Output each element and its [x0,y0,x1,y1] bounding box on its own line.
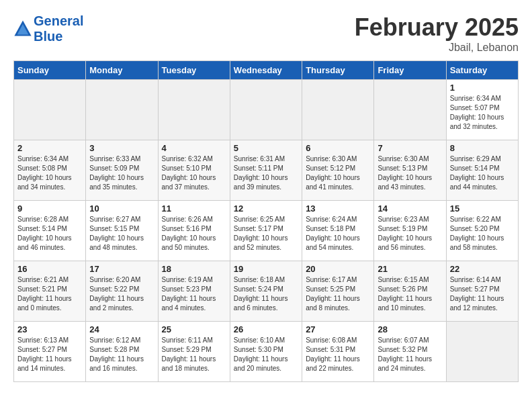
header-row: Sunday Monday Tuesday Wednesday Thursday… [14,61,519,80]
day-number: 19 [234,264,298,274]
day-info: Sunrise: 6:34 AM Sunset: 5:08 PM Dayligh… [17,154,82,192]
calendar-cell: 20Sunrise: 6:17 AM Sunset: 5:25 PM Dayli… [302,261,374,322]
calendar-cell [302,80,374,140]
day-info: Sunrise: 6:34 AM Sunset: 5:07 PM Dayligh… [450,94,515,132]
day-number: 23 [17,324,82,334]
day-number: 26 [234,324,298,334]
col-monday: Monday [86,61,158,80]
location: Jbail, Lebanon [355,42,519,54]
day-number: 28 [378,324,442,334]
calendar-cell: 12Sunrise: 6:25 AM Sunset: 5:17 PM Dayli… [230,201,302,261]
day-info: Sunrise: 6:33 AM Sunset: 5:09 PM Dayligh… [89,154,154,192]
day-number: 14 [378,203,442,214]
calendar-cell: 11Sunrise: 6:26 AM Sunset: 5:16 PM Dayli… [158,201,230,261]
day-number: 3 [89,143,154,153]
calendar-cell: 27Sunrise: 6:08 AM Sunset: 5:31 PM Dayli… [302,322,374,382]
day-number: 25 [162,324,226,334]
calendar-cell: 28Sunrise: 6:07 AM Sunset: 5:32 PM Dayli… [374,322,446,382]
calendar-week-4: 16Sunrise: 6:21 AM Sunset: 5:21 PM Dayli… [14,261,519,322]
day-info: Sunrise: 6:24 AM Sunset: 5:18 PM Dayligh… [306,215,370,253]
day-number: 11 [162,203,226,214]
day-info: Sunrise: 6:25 AM Sunset: 5:17 PM Dayligh… [234,215,298,253]
day-info: Sunrise: 6:11 AM Sunset: 5:29 PM Dayligh… [162,336,226,373]
day-info: Sunrise: 6:22 AM Sunset: 5:20 PM Dayligh… [450,215,515,253]
col-tuesday: Tuesday [158,61,230,80]
calendar-cell: 7Sunrise: 6:30 AM Sunset: 5:13 PM Daylig… [374,140,446,201]
calendar-cell: 22Sunrise: 6:14 AM Sunset: 5:27 PM Dayli… [446,261,518,322]
day-number: 2 [17,143,82,153]
day-info: Sunrise: 6:15 AM Sunset: 5:26 PM Dayligh… [378,275,442,313]
day-number: 27 [306,324,370,334]
day-info: Sunrise: 6:12 AM Sunset: 5:28 PM Dayligh… [89,336,154,373]
day-info: Sunrise: 6:13 AM Sunset: 5:27 PM Dayligh… [17,336,82,373]
logo-icon [13,19,32,38]
calendar-cell: 9Sunrise: 6:28 AM Sunset: 5:14 PM Daylig… [14,201,86,261]
calendar-cell: 10Sunrise: 6:27 AM Sunset: 5:15 PM Dayli… [86,201,158,261]
calendar-cell: 14Sunrise: 6:23 AM Sunset: 5:19 PM Dayli… [374,201,446,261]
calendar-cell [374,80,446,140]
calendar-week-3: 9Sunrise: 6:28 AM Sunset: 5:14 PM Daylig… [14,201,519,261]
calendar-cell: 8Sunrise: 6:29 AM Sunset: 5:14 PM Daylig… [446,140,518,201]
day-number: 20 [306,264,370,274]
calendar-week-5: 23Sunrise: 6:13 AM Sunset: 5:27 PM Dayli… [14,322,519,382]
month-title: February 2025 [355,13,519,42]
logo: General Blue [13,13,83,44]
day-info: Sunrise: 6:27 AM Sunset: 5:15 PM Dayligh… [89,215,154,253]
day-info: Sunrise: 6:32 AM Sunset: 5:10 PM Dayligh… [162,154,226,192]
day-number: 21 [378,264,442,274]
day-info: Sunrise: 6:10 AM Sunset: 5:30 PM Dayligh… [234,336,298,373]
calendar-table: Sunday Monday Tuesday Wednesday Thursday… [13,60,519,382]
day-number: 6 [306,143,370,153]
calendar-cell [86,80,158,140]
day-info: Sunrise: 6:30 AM Sunset: 5:12 PM Dayligh… [306,154,370,192]
day-number: 8 [450,143,515,153]
title-block: February 2025 Jbail, Lebanon [355,13,519,54]
day-info: Sunrise: 6:08 AM Sunset: 5:31 PM Dayligh… [306,336,370,373]
day-number: 10 [89,203,154,214]
calendar-cell: 2Sunrise: 6:34 AM Sunset: 5:08 PM Daylig… [14,140,86,201]
calendar-week-1: 1Sunrise: 6:34 AM Sunset: 5:07 PM Daylig… [14,80,519,140]
day-info: Sunrise: 6:07 AM Sunset: 5:32 PM Dayligh… [378,336,442,373]
day-info: Sunrise: 6:23 AM Sunset: 5:19 PM Dayligh… [378,215,442,253]
day-number: 24 [89,324,154,334]
calendar-cell: 15Sunrise: 6:22 AM Sunset: 5:20 PM Dayli… [446,201,518,261]
day-info: Sunrise: 6:17 AM Sunset: 5:25 PM Dayligh… [306,275,370,313]
day-number: 1 [450,83,515,93]
day-info: Sunrise: 6:26 AM Sunset: 5:16 PM Dayligh… [162,215,226,253]
day-number: 4 [162,143,226,153]
calendar-cell: 25Sunrise: 6:11 AM Sunset: 5:29 PM Dayli… [158,322,230,382]
calendar-cell [158,80,230,140]
day-number: 17 [89,264,154,274]
calendar-cell: 4Sunrise: 6:32 AM Sunset: 5:10 PM Daylig… [158,140,230,201]
day-number: 22 [450,264,515,274]
calendar-cell [14,80,86,140]
calendar-cell: 13Sunrise: 6:24 AM Sunset: 5:18 PM Dayli… [302,201,374,261]
calendar-cell: 24Sunrise: 6:12 AM Sunset: 5:28 PM Dayli… [86,322,158,382]
logo-text: General Blue [34,13,83,44]
calendar-cell [230,80,302,140]
col-sunday: Sunday [14,61,86,80]
day-number: 12 [234,203,298,214]
page-header: General Blue February 2025 Jbail, Lebano… [13,13,519,54]
day-info: Sunrise: 6:28 AM Sunset: 5:14 PM Dayligh… [17,215,82,253]
day-number: 7 [378,143,442,153]
day-number: 16 [17,264,82,274]
day-info: Sunrise: 6:30 AM Sunset: 5:13 PM Dayligh… [378,154,442,192]
calendar-cell: 21Sunrise: 6:15 AM Sunset: 5:26 PM Dayli… [374,261,446,322]
day-info: Sunrise: 6:14 AM Sunset: 5:27 PM Dayligh… [450,275,515,313]
calendar-cell: 16Sunrise: 6:21 AM Sunset: 5:21 PM Dayli… [14,261,86,322]
col-thursday: Thursday [302,61,374,80]
col-friday: Friday [374,61,446,80]
calendar-cell: 3Sunrise: 6:33 AM Sunset: 5:09 PM Daylig… [86,140,158,201]
day-info: Sunrise: 6:19 AM Sunset: 5:23 PM Dayligh… [162,275,226,313]
day-info: Sunrise: 6:31 AM Sunset: 5:11 PM Dayligh… [234,154,298,192]
day-number: 13 [306,203,370,214]
day-number: 5 [234,143,298,153]
calendar-cell: 23Sunrise: 6:13 AM Sunset: 5:27 PM Dayli… [14,322,86,382]
day-number: 15 [450,203,515,214]
calendar-cell: 6Sunrise: 6:30 AM Sunset: 5:12 PM Daylig… [302,140,374,201]
day-info: Sunrise: 6:21 AM Sunset: 5:21 PM Dayligh… [17,275,82,313]
day-info: Sunrise: 6:20 AM Sunset: 5:22 PM Dayligh… [89,275,154,313]
day-number: 9 [17,203,82,214]
day-number: 18 [162,264,226,274]
